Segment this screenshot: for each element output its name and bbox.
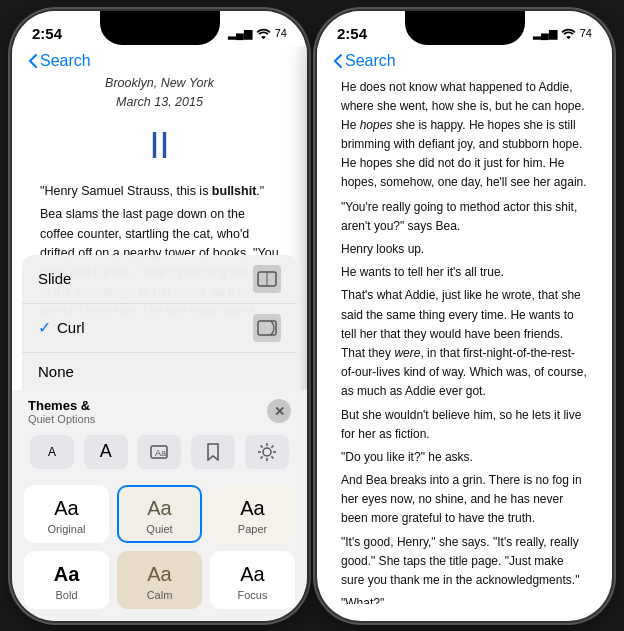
slide-label: Slide [38,270,71,287]
bookmark-button[interactable] [191,435,235,469]
notch-left [100,11,220,45]
wifi-icon [256,28,271,39]
none-label: None [38,363,74,380]
theme-grid: Aa Original Aa Quiet Aa Paper Aa Bold Aa [12,477,307,621]
time-right: 2:54 [337,25,367,42]
status-icons-left: ▂▄▆ 74 [228,27,287,40]
svg-line-12 [271,445,273,447]
theme-original-preview: Aa [54,497,78,520]
theme-focus-preview: Aa [240,563,264,586]
svg-point-5 [263,448,271,456]
theme-paper[interactable]: Aa Paper [210,485,295,543]
theme-original-label: Original [48,523,86,535]
transition-slide[interactable]: Slide [22,255,297,304]
close-button[interactable]: ✕ [267,399,291,423]
signal-icon-right: ▂▄▆ [533,27,557,40]
theme-paper-preview: Aa [240,497,264,520]
quiet-label: Quiet Options [28,413,95,425]
theme-bold-label: Bold [55,589,77,601]
theme-calm-preview: Aa [147,563,171,586]
svg-text:Aa: Aa [155,448,166,458]
svg-rect-2 [258,321,276,335]
transition-menu: Slide ✓ Curl [22,255,297,390]
font-decrease-button[interactable]: A [30,435,74,469]
back-label-left: Search [40,52,91,70]
theme-quiet-preview: Aa [147,497,171,520]
wifi-icon-right [561,28,576,39]
check-icon: ✓ [38,318,51,337]
theme-original[interactable]: Aa Original [24,485,109,543]
curl-label: Curl [57,319,85,336]
signal-icon: ▂▄▆ [228,27,252,40]
nav-bar-left: Search [12,46,307,74]
transition-curl[interactable]: ✓ Curl [22,304,297,353]
font-controls: A A Aa [12,429,307,477]
theme-calm-label: Calm [147,589,173,601]
theme-quiet-label: Quiet [146,523,172,535]
chapter-numeral: II [40,118,279,174]
back-button-right[interactable]: Search [333,52,596,70]
back-button-left[interactable]: Search [28,52,291,70]
slide-icon [253,265,281,293]
nav-bar-right: Search [317,46,612,74]
curl-icon [253,314,281,342]
time-left: 2:54 [32,25,62,42]
theme-calm[interactable]: Aa Calm [117,551,202,609]
battery-left: 74 [275,27,287,39]
theme-bold-preview: Aa [54,563,80,586]
book-content-right: He does not know what happened to Addie,… [317,74,612,604]
status-icons-right: ▂▄▆ 74 [533,27,592,40]
svg-line-11 [271,456,273,458]
theme-focus-label: Focus [238,589,268,601]
svg-line-13 [261,456,263,458]
phone-right: 2:54 ▂▄▆ 74 Search He does not [317,11,612,621]
overlay-area: Slide ✓ Curl [12,255,307,621]
back-label-right: Search [345,52,396,70]
notch-right [405,11,525,45]
book-location: Brooklyn, New YorkMarch 13, 2015 [40,74,279,113]
themes-title: Themes & [28,398,95,413]
phone-left: 2:54 ▂▄▆ 74 Search Brooklyn, N [12,11,307,621]
theme-bold[interactable]: Aa Bold [24,551,109,609]
brightness-button[interactable] [245,435,289,469]
font-increase-button[interactable]: A [84,435,128,469]
theme-quiet[interactable]: Aa Quiet [117,485,202,543]
phones-container: 2:54 ▂▄▆ 74 Search Brooklyn, N [12,11,612,621]
themes-options-bar: Themes & Quiet Options ✕ [12,390,307,429]
transition-none[interactable]: None [22,353,297,390]
font-style-button[interactable]: Aa [137,435,181,469]
theme-focus[interactable]: Aa Focus [210,551,295,609]
battery-right: 74 [580,27,592,39]
svg-line-10 [261,445,263,447]
theme-paper-label: Paper [238,523,267,535]
